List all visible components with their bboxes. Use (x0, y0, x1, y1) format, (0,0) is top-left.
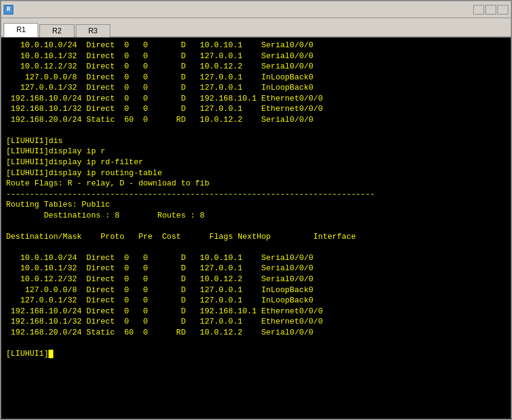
terminal-cursor (48, 350, 53, 358)
maximize-button[interactable] (485, 5, 496, 15)
title-bar: R (1, 1, 511, 18)
tab-bar: R1 R2 R3 (1, 18, 511, 38)
window-icon: R (4, 5, 13, 15)
terminal-output[interactable]: 10.0.10.0/24 Direct 0 0 D 10.0.10.1 Seri… (1, 38, 511, 419)
tab-r1[interactable]: R1 (4, 23, 38, 37)
title-buttons (473, 5, 508, 15)
main-window: R R1 R2 R3 10.0.10.0/24 Direct 0 0 D 10.… (0, 0, 512, 420)
title-bar-left: R (4, 5, 17, 15)
tab-r2[interactable]: R2 (39, 24, 74, 37)
tab-r3[interactable]: R3 (76, 24, 110, 37)
minimize-button[interactable] (473, 5, 484, 15)
close-button[interactable] (497, 5, 508, 15)
